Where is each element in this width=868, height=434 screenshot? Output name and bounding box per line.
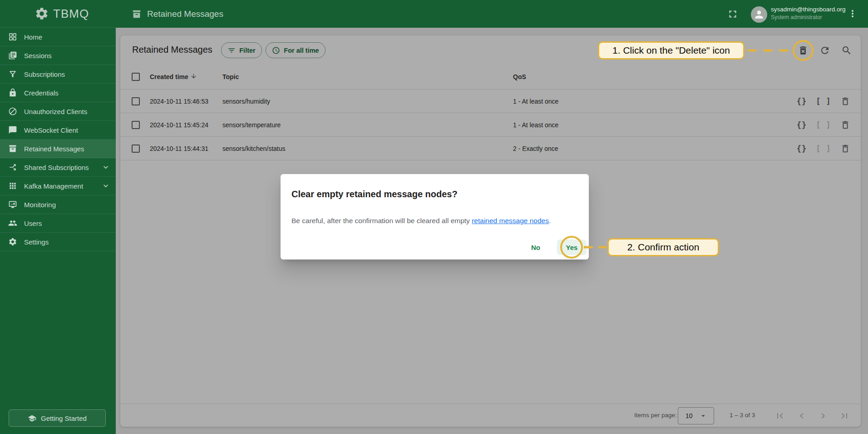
branch-split-icon [8, 163, 17, 172]
sidebar-item-users[interactable]: Users [0, 214, 116, 233]
sessions-icon [8, 51, 17, 60]
sidebar-item-shared-subscriptions[interactable]: Shared Subscriptions [0, 158, 116, 177]
person-icon [753, 9, 765, 20]
sidebar-item-label: Subscriptions [24, 70, 65, 78]
page-title: Retained Messages [147, 9, 223, 19]
sidebar-item-retained-messages[interactable]: Retained Messages [0, 140, 116, 158]
user-email: sysadmin@thingsboard.org [771, 5, 846, 14]
chat-bubble-icon [8, 125, 17, 135]
sidebar-item-kafka-management[interactable]: Kafka Management [0, 177, 116, 195]
dialog-body: Be careful, after the confirmation will … [291, 217, 551, 225]
monitor-icon [8, 200, 17, 209]
getting-started-button[interactable]: Getting Started [9, 409, 106, 427]
sidebar-item-label: Monitoring [24, 201, 56, 209]
dialog-no-button[interactable]: No [524, 239, 547, 255]
sidebar-item-unauthorized-clients[interactable]: Unauthorized Clients [0, 102, 116, 121]
chevron-down-icon [101, 181, 110, 190]
block-icon [8, 107, 17, 116]
sidebar-item-label: Settings [24, 238, 49, 246]
chevron-down-icon [101, 163, 110, 172]
sidebar-item-label: Retained Messages [24, 145, 84, 153]
sidebar: TBMQ Home Sessions Subscriptions Credent… [0, 0, 116, 434]
more-vert-icon [847, 8, 858, 19]
top-bar: Retained Messages sysadmin@thingsboard.o… [116, 0, 868, 28]
dialog-body-suffix: . [549, 217, 551, 224]
home-icon [8, 32, 17, 41]
sidebar-item-label: Sessions [24, 52, 52, 60]
getting-started-label: Getting Started [41, 414, 87, 422]
sidebar-item-label: Shared Subscriptions [24, 164, 89, 171]
sidebar-item-label: WebSocket Client [24, 126, 78, 134]
more-menu-button[interactable] [847, 8, 858, 19]
user-avatar[interactable] [751, 6, 767, 23]
user-role: System administrator [771, 14, 846, 21]
sidebar-item-label: Home [24, 33, 42, 41]
fullscreen-icon [727, 8, 739, 20]
sidebar-item-credentials[interactable]: Credentials [0, 84, 116, 102]
apps-grid-icon [8, 181, 17, 190]
gear-icon [8, 237, 17, 246]
annotation-step1-callout: 1. Click on the "Delete" icon [598, 41, 745, 60]
page-breadcrumb: Retained Messages [132, 0, 223, 28]
annotation-circle-delete-icon [793, 40, 814, 61]
fullscreen-button[interactable] [727, 8, 739, 20]
sidebar-item-monitoring[interactable]: Monitoring [0, 195, 116, 214]
user-menu[interactable]: sysadmin@thingsboard.org System administ… [771, 5, 846, 21]
sidebar-item-home[interactable]: Home [0, 28, 116, 46]
sidebar-item-sessions[interactable]: Sessions [0, 46, 116, 65]
app-screen: TBMQ Home Sessions Subscriptions Credent… [0, 0, 868, 434]
brand-logo[interactable]: TBMQ [0, 0, 116, 28]
sidebar-item-label: Kafka Management [24, 182, 83, 190]
dialog-body-prefix: Be careful, after the confirmation will … [291, 217, 472, 224]
dialog-title: Clear empty retained message nodes? [291, 189, 458, 200]
tbmq-gear-logo-icon [35, 6, 49, 21]
sidebar-item-settings[interactable]: Settings [0, 233, 116, 251]
lock-icon [8, 88, 17, 97]
sidebar-item-label: Unauthorized Clients [24, 108, 87, 115]
confirm-dialog: Clear empty retained message nodes? Be c… [281, 174, 589, 259]
sidebar-item-subscriptions[interactable]: Subscriptions [0, 65, 116, 84]
sidebar-item-websocket-client[interactable]: WebSocket Client [0, 121, 116, 140]
brand-name: TBMQ [53, 7, 89, 21]
graduation-cap-icon [28, 414, 36, 423]
people-icon [8, 219, 17, 228]
sidebar-item-label: Credentials [24, 89, 59, 97]
annotation-step2-callout: 2. Confirm action [607, 238, 719, 256]
retained-message-nodes-link[interactable]: retained message nodes [472, 217, 549, 224]
sidebar-item-label: Users [24, 219, 42, 227]
filter-funnel-icon [8, 70, 17, 79]
retained-messages-archive-icon [132, 9, 142, 19]
retained-messages-archive-icon [8, 144, 17, 153]
annotation-circle-yes-button [560, 236, 583, 259]
